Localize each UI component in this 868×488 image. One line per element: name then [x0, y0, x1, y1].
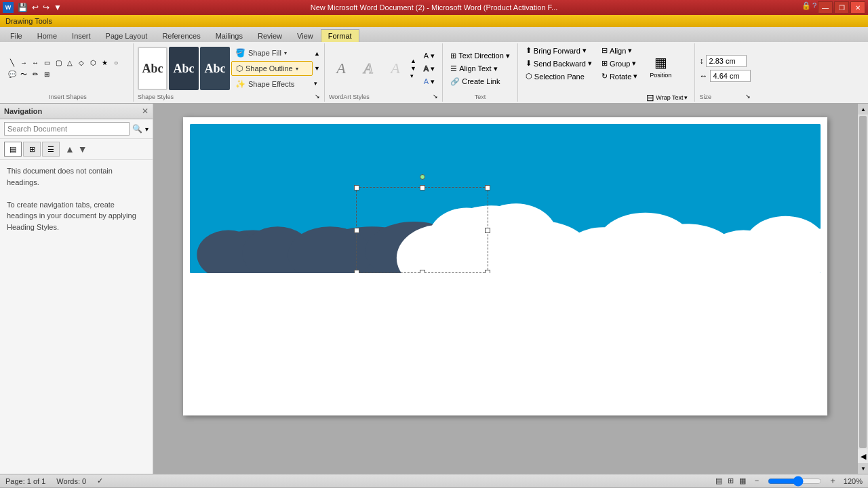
save-btn[interactable]: 💾 [16, 3, 29, 12]
align-btn[interactable]: ⊟ Align ▾ [598, 45, 641, 56]
arrow-icon[interactable]: → [18, 58, 29, 68]
nav-view-buttons: ▤ ⊞ ☰ ▲ ▼ [0, 139, 153, 160]
text-effects-icon: A [424, 77, 429, 85]
text-outline-icon: A [424, 64, 429, 73]
tab-view[interactable]: View [290, 29, 321, 42]
tab-references[interactable]: References [155, 29, 208, 42]
group-btn[interactable]: ⊞ Group ▾ [598, 58, 641, 69]
tab-format[interactable]: Format [321, 29, 359, 42]
bring-forward-btn[interactable]: ⬆ Bring Forward ▾ [522, 45, 595, 56]
nav-empty-message-2: To create navigation tabs, create headin… [7, 199, 146, 233]
position-btn[interactable]: ▦ Position [644, 45, 677, 88]
rounded-rect-icon[interactable]: ▢ [53, 58, 64, 68]
height-input[interactable] [706, 55, 747, 67]
nav-pages-btn[interactable]: ⊞ [23, 142, 41, 157]
wordart-a-outline[interactable]: A [356, 56, 380, 81]
size-dialog-btn[interactable]: ↘ [745, 93, 751, 100]
vertical-scrollbar[interactable]: ▲ ◀ ▼ [857, 104, 868, 474]
text-direction-btn[interactable]: ⊞ Text Direction ▾ [447, 50, 513, 62]
callout-icon[interactable]: 💬 [7, 69, 18, 80]
scroll-up-arrow[interactable]: ▲ [858, 104, 868, 115]
nav-pane-close-btn[interactable]: ✕ [142, 106, 149, 116]
search-arrow[interactable]: ▾ [145, 125, 149, 133]
page-indicator: Page: 1 of 1 [5, 477, 45, 485]
view-normal-btn[interactable]: ▤ [715, 476, 722, 485]
wordart-expand-up[interactable]: ▲ [410, 58, 416, 64]
shape-style-dark1[interactable]: Abc [169, 47, 199, 90]
shape-styles-dialog-btn[interactable]: ↘ [315, 93, 320, 100]
restore-button[interactable]: ❐ [834, 1, 849, 14]
freeform-icon[interactable]: 〜 [18, 69, 29, 80]
text-outline-btn[interactable]: A ▾ [420, 63, 438, 75]
line-icon[interactable]: ╲ [7, 58, 18, 68]
cylinder-icon[interactable]: ⬡ [87, 58, 98, 68]
scroll-expand[interactable]: ◀ [858, 449, 868, 463]
rotate-btn[interactable]: ↻ Rotate ▾ [598, 70, 641, 82]
shape-styles-expand-down[interactable]: ▼ [314, 65, 320, 72]
zoom-in-btn[interactable]: ＋ [827, 475, 838, 487]
oval-icon[interactable]: ○ [111, 58, 121, 68]
view-print-btn[interactable]: ▦ [739, 476, 746, 485]
proof-icon[interactable]: ✓ [97, 476, 103, 485]
create-link-btn[interactable]: 🔗 Create Link [447, 76, 513, 87]
scroll-thumb[interactable] [859, 116, 867, 448]
nav-sort-up[interactable]: ▲ [64, 142, 76, 156]
nav-sort-down[interactable]: ▼ [77, 142, 89, 156]
shape-effects-button[interactable]: ✨ Shape Effects [231, 77, 313, 91]
wordart-a-plain[interactable]: A [329, 56, 353, 81]
more-icon[interactable]: ⊞ [41, 69, 52, 80]
search-icon[interactable]: 🔍 [132, 124, 142, 134]
wordart-a-light[interactable]: A [383, 56, 408, 81]
rect-icon[interactable]: ▭ [41, 58, 52, 68]
text-direction-icon: ⊞ [450, 52, 456, 60]
wordart-dialog-btn[interactable]: ↘ [433, 93, 438, 100]
dbl-arrow-icon[interactable]: ↔ [30, 58, 41, 68]
navigation-pane: Navigation ✕ 🔍 ▾ ▤ ⊞ ☰ ▲ ▼ This document… [0, 104, 153, 474]
nav-sort-buttons: ▲ ▼ [64, 142, 89, 156]
minimize-button[interactable]: — [818, 1, 833, 14]
edit-points-icon[interactable]: ✏ [30, 69, 41, 80]
tab-mailings[interactable]: Mailings [208, 29, 250, 42]
wordart-expand-all[interactable]: ▾ [410, 73, 416, 79]
tab-insert[interactable]: Insert [64, 29, 98, 42]
scroll-down-arrow[interactable]: ▼ [858, 463, 868, 474]
zoom-out-btn[interactable]: － [751, 475, 762, 487]
send-backward-btn[interactable]: ⬇ Send Backward ▾ [522, 58, 595, 69]
shape-outline-icon: ⬡ [236, 64, 243, 73]
text-fill-btn[interactable]: A ▾ [420, 50, 438, 62]
zoom-slider[interactable] [768, 476, 822, 487]
shape-style-white[interactable]: Abc [138, 47, 167, 90]
shape-fill-button[interactable]: 🪣 Shape Fill ▾ [231, 46, 313, 60]
shape-styles-expand-all[interactable]: ▾ [314, 80, 320, 87]
status-bar: Page: 1 of 1 Words: 0 ✓ ▤ ⊞ ▦ － ＋ 120% [0, 474, 868, 487]
tab-review[interactable]: Review [250, 29, 290, 42]
undo-btn[interactable]: ↩ [31, 3, 40, 12]
align-text-btn[interactable]: ☰ Align Text ▾ [447, 63, 513, 75]
diamond-icon[interactable]: ◇ [76, 58, 87, 68]
cloud-scene[interactable] [190, 124, 821, 273]
selection-pane-btn[interactable]: ⬡ Selection Pane [522, 70, 595, 82]
star-icon[interactable]: ★ [99, 58, 110, 68]
shape-styles-expand-up[interactable]: ▲ [314, 50, 320, 57]
bring-forward-icon: ⬆ [526, 46, 532, 55]
text-effects-btn[interactable]: A ▾ [420, 76, 438, 87]
customize-btn[interactable]: ▼ [52, 3, 63, 12]
title-bar: W 💾 ↩ ↪ ▼ New Microsoft Word Document (2… [0, 0, 868, 15]
view-fullscreen-btn[interactable]: ⊞ [728, 476, 734, 485]
help-icon[interactable]: ? [812, 1, 816, 14]
tab-page-layout[interactable]: Page Layout [98, 29, 155, 42]
close-button[interactable]: ✕ [850, 1, 865, 14]
triangle-icon[interactable]: △ [64, 58, 75, 68]
tab-file[interactable]: File [3, 29, 30, 42]
width-input[interactable] [710, 70, 751, 82]
search-input[interactable] [4, 122, 130, 136]
nav-results-btn[interactable]: ☰ [42, 142, 60, 157]
wordart-expand-down[interactable]: ▼ [410, 65, 416, 72]
tab-home[interactable]: Home [30, 29, 64, 42]
redo-btn[interactable]: ↪ [41, 3, 51, 12]
shape-fill-arrow: ▾ [284, 50, 287, 56]
nav-headings-btn[interactable]: ▤ [4, 142, 22, 157]
shape-outline-button[interactable]: ⬡ Shape Outline ▾ [231, 61, 313, 76]
shape-style-dark2[interactable]: Abc [200, 47, 230, 90]
align-arrow: ▾ [628, 46, 632, 55]
